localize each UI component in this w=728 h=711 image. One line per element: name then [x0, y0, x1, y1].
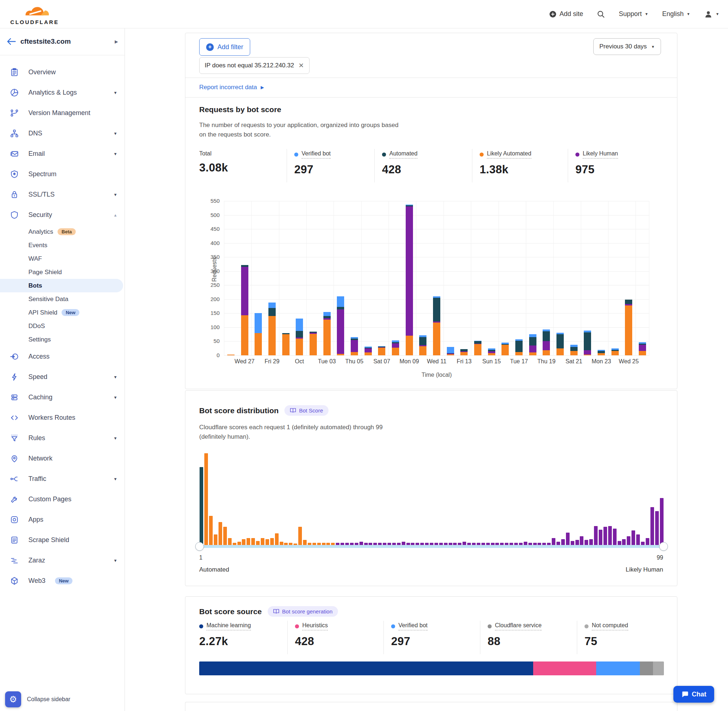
histogram-bar-score-3[interactable] [209, 516, 213, 546]
bar-segment-likely-automated[interactable] [365, 353, 372, 356]
histogram-bar-score-4[interactable] [214, 534, 217, 546]
bar-segment-likely-human[interactable] [474, 344, 481, 344]
bar-segment-automated[interactable] [460, 349, 468, 351]
bar-segment-likely-automated[interactable] [460, 352, 468, 356]
bar-segment-automated[interactable] [543, 331, 550, 341]
bar-segment-automated[interactable] [269, 308, 276, 316]
bar-segment-automated[interactable] [598, 351, 605, 353]
bar-segment-automated[interactable] [529, 337, 536, 345]
bar-segment-likely-human[interactable] [625, 304, 632, 305]
sidebar-item-analytics[interactable]: AnalyticsBeta [0, 225, 124, 239]
search-button[interactable] [597, 10, 605, 18]
bar-segment-likely-human[interactable] [460, 351, 468, 352]
bar-segment-verified-bot[interactable] [337, 296, 344, 307]
cloudflare-logo[interactable]: CLOUDFLARE [7, 1, 62, 25]
sidebar-item-ddos[interactable]: DDoS [0, 319, 124, 333]
histogram-bar-score-6[interactable] [223, 527, 227, 546]
sidebar-item-scrape-shield[interactable]: Scrape Shield [0, 530, 124, 550]
sidebar-item-email[interactable]: Email▾ [0, 143, 124, 164]
stat-label[interactable]: Heuristics [295, 622, 384, 631]
bar-segment-likely-human[interactable] [584, 350, 591, 355]
bar-segment-likely-automated[interactable] [502, 345, 509, 356]
bar-segment-likely-human[interactable] [378, 347, 385, 348]
chat-button[interactable]: Chat [673, 686, 714, 703]
histogram-bar-score-94[interactable] [636, 534, 640, 546]
bar-segment-likely-human[interactable] [296, 338, 303, 338]
bar-segment-likely-automated[interactable] [639, 351, 646, 356]
sidebar-item-events[interactable]: Events [0, 239, 124, 252]
bar-segment-likely-automated[interactable] [515, 352, 523, 356]
histogram-bar-score-1[interactable] [199, 467, 203, 546]
bar-segment-automated[interactable] [474, 341, 481, 343]
stat-label[interactable]: Verified bot [294, 150, 374, 159]
bar-segment-verified-bot[interactable] [488, 348, 495, 350]
bar-segment-automated[interactable] [639, 344, 646, 345]
bar-segment-likely-automated[interactable] [529, 353, 536, 356]
sidebar-item-settings[interactable]: Settings [0, 333, 124, 346]
bar-segment-verified-bot[interactable] [515, 339, 523, 341]
sidebar-item-version-management[interactable]: Version Management [0, 103, 124, 123]
bar-segment-likely-human[interactable] [310, 333, 317, 334]
histogram-bar-score-79[interactable] [566, 533, 570, 546]
bar-segment-likely-automated[interactable] [598, 353, 605, 356]
bot-score-generation-badge[interactable]: Bot score generation [268, 606, 338, 617]
sidebar-item-speed[interactable]: Speed▾ [0, 367, 124, 387]
bar-segment-likely-automated[interactable] [282, 334, 289, 356]
bar-segment-likely-automated[interactable] [611, 351, 619, 356]
bar-segment-likely-automated[interactable] [488, 353, 495, 356]
bar-segment-likely-automated[interactable] [433, 323, 440, 356]
bar-segment-likely-human[interactable] [365, 348, 372, 352]
histogram-bar-score-17[interactable] [275, 533, 279, 546]
histogram-bar-score-99[interactable] [660, 498, 663, 546]
bar-segment-likely-human[interactable] [543, 341, 550, 350]
bar-segment-likely-automated[interactable] [625, 305, 632, 356]
bar-segment-likely-automated[interactable] [227, 355, 235, 356]
histogram-bar-score-86[interactable] [599, 530, 602, 546]
bar-segment-automated[interactable] [584, 332, 591, 350]
sidebar-item-rules[interactable]: Rules▾ [0, 428, 124, 448]
collapse-sidebar-button[interactable]: Collapse sidebar [27, 696, 70, 703]
slider-handle-min[interactable] [195, 542, 204, 551]
sidebar-item-api-shield[interactable]: API ShieldNew [0, 306, 124, 319]
sidebar-item-overview[interactable]: Overview [0, 62, 124, 82]
sidebar-item-custom-pages[interactable]: Custom Pages [0, 489, 124, 509]
histogram-bar-score-87[interactable] [604, 527, 607, 546]
sidebar-item-caching[interactable]: Caching▾ [0, 387, 124, 407]
bar-segment-verified-bot[interactable] [529, 334, 536, 337]
bar-segment-verified-bot[interactable] [611, 348, 619, 350]
source-segment-verified-bot[interactable] [596, 661, 640, 675]
stat-label[interactable]: Machine learning [199, 622, 287, 631]
bar-segment-likely-automated[interactable] [337, 354, 344, 356]
sidebar-item-analytics-logs[interactable]: Analytics & Logs▾ [0, 82, 124, 103]
bar-segment-likely-automated[interactable] [557, 348, 564, 356]
bar-segment-verified-bot[interactable] [639, 342, 646, 344]
bar-segment-likely-automated[interactable] [378, 348, 385, 356]
bar-segment-automated[interactable] [515, 341, 523, 352]
bar-segment-verified-bot[interactable] [447, 347, 454, 353]
bar-segment-verified-bot[interactable] [557, 333, 564, 334]
bar-segment-verified-bot[interactable] [269, 302, 276, 308]
bar-segment-verified-bot[interactable] [433, 296, 440, 298]
slider-handle-max[interactable] [659, 542, 668, 551]
bar-segment-likely-human[interactable] [419, 345, 427, 346]
sidebar-item-workers-routes[interactable]: Workers Routes [0, 407, 124, 428]
bar-segment-automated[interactable] [406, 205, 413, 207]
close-icon[interactable]: ✕ [298, 62, 304, 69]
bar-segment-verified-bot[interactable] [406, 205, 413, 205]
histogram-bar-score-22[interactable] [298, 527, 302, 546]
bar-segment-likely-automated[interactable] [310, 334, 317, 356]
time-range-dropdown[interactable]: Previous 30 days ▼ [593, 38, 661, 55]
histogram-bar-score-88[interactable] [608, 526, 612, 546]
bar-segment-automated[interactable] [351, 339, 358, 340]
bar-segment-automated[interactable] [296, 331, 303, 338]
support-menu[interactable]: Support ▼ [619, 10, 648, 18]
bar-segment-automated[interactable] [378, 347, 385, 347]
bar-segment-likely-human[interactable] [392, 343, 399, 348]
histogram-bar-score-89[interactable] [613, 529, 617, 546]
sidebar-item-zaraz[interactable]: Zaraz▾ [0, 550, 124, 571]
bar-segment-likely-automated[interactable] [296, 339, 303, 356]
sidebar-item-dns[interactable]: DNS▾ [0, 123, 124, 143]
bar-segment-verified-bot[interactable] [351, 337, 358, 339]
bar-segment-automated[interactable] [419, 337, 427, 345]
sidebar-item-ssl-tls[interactable]: SSL/TLS▾ [0, 184, 124, 205]
